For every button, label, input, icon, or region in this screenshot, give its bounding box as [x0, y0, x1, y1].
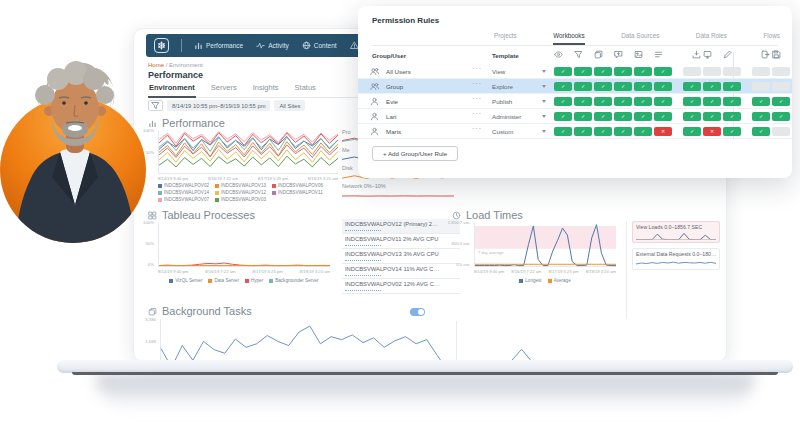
capability-cell[interactable]: ✓ — [683, 127, 701, 136]
capability-cell[interactable]: ✓ — [723, 82, 741, 91]
capability-cell[interactable]: ✓ — [574, 82, 592, 91]
template-select[interactable]: Publish — [492, 98, 546, 105]
capability-cell[interactable]: ✕ — [654, 127, 672, 136]
nav-item-performance[interactable]: Performance — [194, 41, 243, 50]
tab-status[interactable]: Status — [294, 83, 317, 97]
capability-cell[interactable] — [772, 67, 790, 76]
permission-row[interactable]: Lari ··· Administer ✓✓✓✓✓✓✓✓✓✓✓ — [358, 109, 792, 124]
tab-environment[interactable]: Environment — [148, 83, 196, 98]
template-select[interactable]: Administer — [492, 113, 546, 120]
template-select[interactable]: Custom — [492, 128, 546, 135]
nav-item-activity[interactable]: Activity — [256, 41, 289, 50]
capability-cell[interactable]: ✓ — [594, 112, 612, 121]
capability-cell[interactable]: ✓ — [554, 67, 572, 76]
capability-cell[interactable]: ✓ — [723, 97, 741, 106]
capability-cell[interactable]: ✓ — [752, 112, 770, 121]
permission-row[interactable]: All Users ··· View ✓✓✓✓✓✓ — [358, 64, 792, 79]
permission-row[interactable]: Maris ··· Custom ✓✓✓✓✓✕✓✕✓✓ — [358, 124, 792, 139]
save-icon[interactable] — [772, 50, 790, 59]
capability-cell[interactable]: ✓ — [703, 97, 721, 106]
load-stat-card[interactable]: External Data Requests 0.0–180… — [632, 248, 720, 270]
capability-cell[interactable]: ✓ — [574, 127, 592, 136]
capability-cell[interactable]: ✓ — [614, 127, 632, 136]
permission-tab-flows[interactable]: Flows — [764, 32, 780, 45]
row-actions-button[interactable]: ··· — [472, 110, 482, 117]
capability-cell[interactable]: ✓ — [594, 67, 612, 76]
site-filter-chip[interactable]: All Sites — [274, 100, 305, 111]
template-select[interactable]: Explore — [492, 83, 546, 90]
capability-cell[interactable]: ✓ — [594, 127, 612, 136]
server-list-item[interactable]: INDCBSVWALPOV02 12% AVG C… — [342, 279, 460, 294]
row-actions-button[interactable]: ··· — [472, 125, 482, 132]
capability-cell[interactable]: ✓ — [654, 112, 672, 121]
permission-tab-projects[interactable]: Projects — [494, 32, 517, 45]
capability-cell[interactable]: ✓ — [634, 67, 652, 76]
add-group-user-rule-button[interactable]: + Add Group/User Rule — [372, 146, 458, 161]
capability-cell[interactable]: ✓ — [574, 97, 592, 106]
capability-cell[interactable]: ✓ — [594, 97, 612, 106]
capability-cell[interactable]: ✕ — [703, 127, 721, 136]
capability-cell[interactable]: ✓ — [723, 112, 741, 121]
capability-cell[interactable]: ✓ — [634, 127, 652, 136]
capability-cell[interactable] — [772, 127, 790, 136]
capability-cell[interactable] — [703, 67, 721, 76]
capability-cell[interactable]: ✓ — [752, 127, 770, 136]
date-range-chip[interactable]: 8/14/19 10:55 pm–8/19/19 10:55 pm — [167, 100, 270, 111]
permission-tab-data-roles[interactable]: Data Roles — [696, 32, 727, 45]
capability-cell[interactable]: ✓ — [683, 112, 701, 121]
capability-cell[interactable]: ✓ — [723, 127, 741, 136]
template-select[interactable]: View — [492, 68, 546, 75]
capability-cell[interactable]: ✓ — [574, 112, 592, 121]
edit-icon[interactable] — [723, 50, 741, 59]
capability-cell[interactable] — [723, 67, 741, 76]
capability-cell[interactable]: ✓ — [634, 82, 652, 91]
capability-cell[interactable]: ✓ — [614, 97, 632, 106]
filter-icon[interactable] — [148, 100, 163, 111]
row-actions-button[interactable]: ··· — [472, 95, 482, 102]
permission-row[interactable]: Group ··· Explore ✓✓✓✓✓✓✓✓✓ — [358, 79, 792, 94]
capability-cell[interactable]: ✓ — [614, 67, 632, 76]
export-image-icon[interactable] — [634, 50, 652, 59]
capability-cell[interactable]: ✓ — [703, 112, 721, 121]
capability-cell[interactable]: ✓ — [554, 127, 572, 136]
capability-cell[interactable]: ✓ — [654, 82, 672, 91]
breadcrumb-home-link[interactable]: Home — [148, 62, 164, 68]
capability-cell[interactable]: ✓ — [554, 112, 572, 121]
load-stat-card[interactable]: View Loads 0.0–1856.7 SEC — [632, 221, 720, 243]
capability-cell[interactable]: ✓ — [654, 97, 672, 106]
capability-cell[interactable]: ✓ — [752, 97, 770, 106]
capability-cell[interactable]: ✓ — [614, 82, 632, 91]
capability-cell[interactable] — [752, 67, 770, 76]
permission-row[interactable]: Evie ··· Publish ✓✓✓✓✓✓✓✓✓✓✓ — [358, 94, 792, 109]
capability-cell[interactable]: ✓ — [772, 112, 790, 121]
capability-cell[interactable]: ✓ — [554, 97, 572, 106]
tab-servers[interactable]: Servers — [210, 83, 238, 97]
capability-cell[interactable] — [683, 67, 701, 76]
capability-cell[interactable]: ✓ — [683, 82, 701, 91]
web-edit-icon[interactable] — [703, 50, 721, 59]
capability-cell[interactable]: ✓ — [554, 82, 572, 91]
capability-cell[interactable]: ✓ — [703, 82, 721, 91]
capability-cell[interactable]: ✓ — [594, 82, 612, 91]
tab-insights[interactable]: Insights — [252, 83, 280, 97]
capability-cell[interactable] — [752, 82, 770, 91]
row-actions-button[interactable]: ··· — [472, 65, 482, 72]
row-actions-button[interactable]: ··· — [472, 80, 482, 87]
capability-cell[interactable]: ✓ — [634, 112, 652, 121]
summary-data-icon[interactable] — [654, 50, 672, 59]
capability-cell[interactable]: ✓ — [574, 67, 592, 76]
capability-cell[interactable]: ✓ — [772, 97, 790, 106]
view-icon[interactable] — [554, 50, 572, 59]
capability-cell[interactable] — [772, 82, 790, 91]
capability-cell[interactable]: ✓ — [614, 112, 632, 121]
permission-tab-workbooks[interactable]: Workbooks — [553, 32, 584, 45]
background-tasks-toggle[interactable] — [410, 308, 425, 316]
nav-item-content[interactable]: Content — [302, 41, 337, 50]
permission-tab-data-sources[interactable]: Data Sources — [621, 32, 659, 45]
add-comment-icon[interactable] — [614, 50, 632, 59]
app-logo-icon[interactable] — [154, 38, 169, 53]
capability-cell[interactable]: ✓ — [654, 67, 672, 76]
view-comments-icon[interactable] — [594, 50, 612, 59]
capability-cell[interactable]: ✓ — [634, 97, 652, 106]
filter-icon[interactable] — [574, 50, 592, 59]
